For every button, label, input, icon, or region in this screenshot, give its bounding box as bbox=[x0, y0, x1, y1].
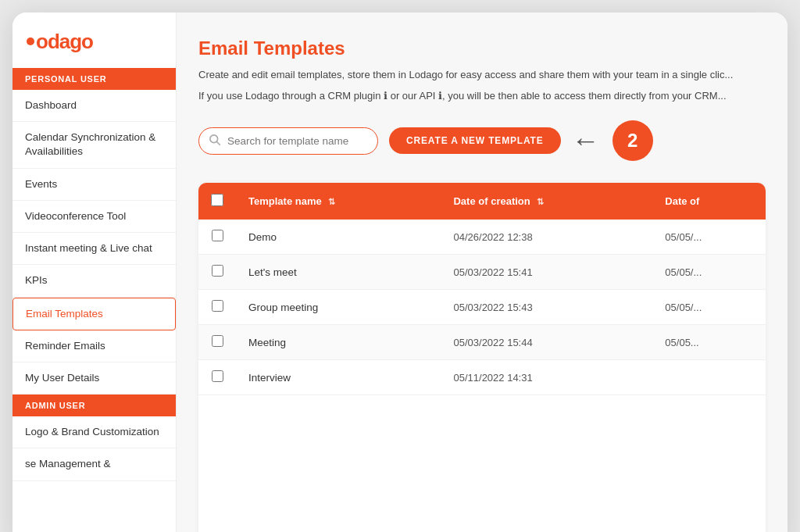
search-icon bbox=[209, 134, 220, 148]
row-checkbox[interactable] bbox=[212, 370, 223, 382]
table-header-date-other: Date of bbox=[652, 183, 766, 220]
arrow-indicator: ← 2 bbox=[572, 120, 653, 161]
row-template-name: Let's meet bbox=[236, 255, 441, 290]
row-date-other: 05/05/... bbox=[652, 290, 766, 325]
sidebar-item-dashboard[interactable]: Dashboard bbox=[12, 90, 176, 122]
sidebar-item-instant-meeting[interactable]: Instant meeting & Live chat bbox=[12, 233, 176, 265]
row-date-created: 05/11/2022 14:31 bbox=[441, 360, 652, 395]
row-date-created: 05/03/2022 15:44 bbox=[441, 325, 652, 360]
table-row: Interview 05/11/2022 14:31 bbox=[198, 360, 766, 395]
table-row: Meeting 05/03/2022 15:44 05/05... bbox=[198, 325, 766, 360]
step-badge: 2 bbox=[612, 120, 653, 161]
arrow-left-icon: ← bbox=[572, 124, 600, 157]
personal-user-section-header: PERSONAL USER bbox=[12, 68, 176, 90]
row-date-other: 05/05/... bbox=[652, 255, 766, 290]
row-checkbox-cell[interactable] bbox=[198, 255, 236, 290]
sidebar-item-events[interactable]: Events bbox=[12, 169, 176, 201]
email-templates-table: Template name ⇅ Date of creation ⇅ Date … bbox=[198, 183, 766, 395]
row-date-other bbox=[652, 360, 766, 395]
email-templates-table-wrapper: Template name ⇅ Date of creation ⇅ Date … bbox=[198, 183, 766, 532]
row-date-created: 05/03/2022 15:43 bbox=[441, 290, 652, 325]
row-date-other: 05/05... bbox=[652, 325, 766, 360]
row-checkbox[interactable] bbox=[212, 265, 223, 277]
row-date-created: 05/03/2022 15:41 bbox=[441, 255, 652, 290]
sidebar: odago PERSONAL USER Dashboard Calendar S… bbox=[12, 12, 177, 532]
table-row: Demo 04/26/2022 12:38 05/05/... bbox=[198, 220, 766, 255]
sort-icon-name: ⇅ bbox=[328, 197, 335, 207]
row-checkbox-cell[interactable] bbox=[198, 360, 236, 395]
table-row: Let's meet 05/03/2022 15:41 05/05/... bbox=[198, 255, 766, 290]
sidebar-item-user-details[interactable]: My User Details bbox=[12, 362, 176, 395]
row-checkbox-cell[interactable] bbox=[198, 290, 236, 325]
sort-icon-date: ⇅ bbox=[537, 197, 544, 207]
row-checkbox[interactable] bbox=[212, 300, 223, 312]
row-template-name: Meeting bbox=[236, 325, 441, 360]
row-template-name: Group meeting bbox=[236, 290, 441, 325]
row-date-other: 05/05/... bbox=[652, 220, 766, 255]
search-input[interactable] bbox=[198, 127, 378, 155]
table-body: Demo 04/26/2022 12:38 05/05/... Let's me… bbox=[198, 220, 766, 395]
sidebar-item-logo-brand[interactable]: Logo & Brand Customization bbox=[12, 416, 176, 448]
row-checkbox-cell[interactable] bbox=[198, 325, 236, 360]
sidebar-item-calendar-sync[interactable]: Calendar Synchronization & Availabilitie… bbox=[12, 122, 176, 168]
row-template-name: Interview bbox=[236, 360, 441, 395]
logo-text: odago bbox=[27, 30, 93, 54]
table-row: Group meeting 05/03/2022 15:43 05/05/... bbox=[198, 290, 766, 325]
app-frame: odago PERSONAL USER Dashboard Calendar S… bbox=[12, 12, 788, 532]
toolbar: CREATE A NEW TEMPLATE ← 2 bbox=[198, 120, 766, 161]
table-header-template-name[interactable]: Template name ⇅ bbox=[236, 183, 441, 220]
page-description: Create and edit email templates, store t… bbox=[198, 67, 766, 83]
create-new-template-button[interactable]: CREATE A NEW TEMPLATE bbox=[389, 127, 561, 154]
row-template-name: Demo bbox=[236, 220, 441, 255]
table-header-date-created[interactable]: Date of creation ⇅ bbox=[441, 183, 652, 220]
sidebar-item-kpis[interactable]: KPIs bbox=[12, 265, 176, 297]
row-checkbox[interactable] bbox=[212, 335, 223, 347]
row-checkbox[interactable] bbox=[212, 230, 223, 241]
page-description-2: If you use Lodago through a CRM plugin ℹ… bbox=[198, 88, 766, 104]
select-all-checkbox[interactable] bbox=[211, 194, 223, 206]
logo-dot bbox=[27, 37, 34, 45]
sidebar-item-videoconference[interactable]: Videoconference Tool bbox=[12, 201, 176, 233]
sidebar-item-se-management[interactable]: se Management & bbox=[12, 448, 176, 480]
table-header-checkbox[interactable] bbox=[198, 183, 236, 220]
admin-user-section-header: ADMIN USER bbox=[12, 395, 176, 416]
search-wrapper bbox=[198, 127, 378, 155]
sidebar-item-email-templates[interactable]: Email Templates bbox=[12, 298, 176, 330]
logo-area: odago bbox=[12, 12, 176, 68]
main-content: Email Templates Create and edit email te… bbox=[177, 12, 788, 532]
page-title: Email Templates bbox=[198, 37, 766, 59]
row-checkbox-cell[interactable] bbox=[198, 220, 236, 255]
sidebar-item-reminder-emails[interactable]: Reminder Emails bbox=[12, 330, 176, 362]
svg-line-1 bbox=[217, 142, 220, 145]
row-date-created: 04/26/2022 12:38 bbox=[441, 220, 652, 255]
table-header-row: Template name ⇅ Date of creation ⇅ Date … bbox=[198, 183, 766, 220]
